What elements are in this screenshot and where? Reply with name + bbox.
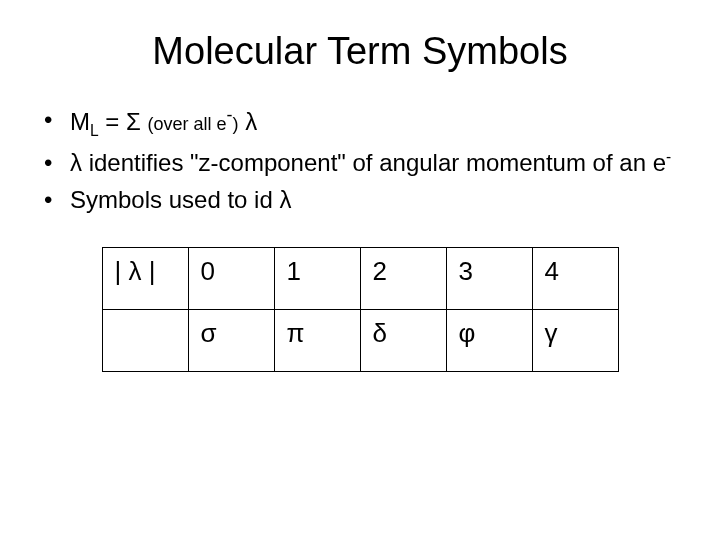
table-row: | λ | 0 1 2 3 4 [102,247,618,309]
b2-sup: - [666,148,671,165]
cell-1: 1 [274,247,360,309]
ml-sub: L [90,122,99,139]
cell-0: 0 [188,247,274,309]
cell-delta: δ [360,309,446,371]
cell-2: 2 [360,247,446,309]
bullet-1-text: ML = Σ (over all e-) λ [70,103,680,142]
lambda-table: | λ | 0 1 2 3 4 σ π δ φ γ [102,247,619,372]
lambda-table-wrap: | λ | 0 1 2 3 4 σ π δ φ γ [40,247,680,372]
ml-m: M [70,108,90,135]
cell-4: 4 [532,247,618,309]
b3-body: Symbols used to id [70,186,279,213]
ml-eq: = Σ [99,108,148,135]
bullet-marker: • [40,146,70,180]
cell-gamma: γ [532,309,618,371]
lambda-1: λ [239,108,258,135]
slide-title: Molecular Term Symbols [40,30,680,73]
bullet-3-text: Symbols used to id λ [70,183,680,217]
lambda-3: λ [279,186,291,213]
bullet-2: • λ identifies "z-component" of angular … [40,146,680,180]
cell-pi: π [274,309,360,371]
b2-body: identifies "z-component" of angular mome… [82,149,666,176]
cell-lambda-header: | λ | [102,247,188,309]
paren-open: (over all e [148,114,227,134]
bullet-marker: • [40,103,70,142]
bullet-marker: • [40,183,70,217]
cell-phi: φ [446,309,532,371]
bullet-2-text: λ identifies "z-component" of angular mo… [70,146,680,180]
cell-empty [102,309,188,371]
lambda-2: λ [70,149,82,176]
table-row: σ π δ φ γ [102,309,618,371]
bullet-list: • ML = Σ (over all e-) λ • λ identifies … [40,103,680,217]
bullet-1: • ML = Σ (over all e-) λ [40,103,680,142]
cell-sigma: σ [188,309,274,371]
cell-3: 3 [446,247,532,309]
bullet-3: • Symbols used to id λ [40,183,680,217]
